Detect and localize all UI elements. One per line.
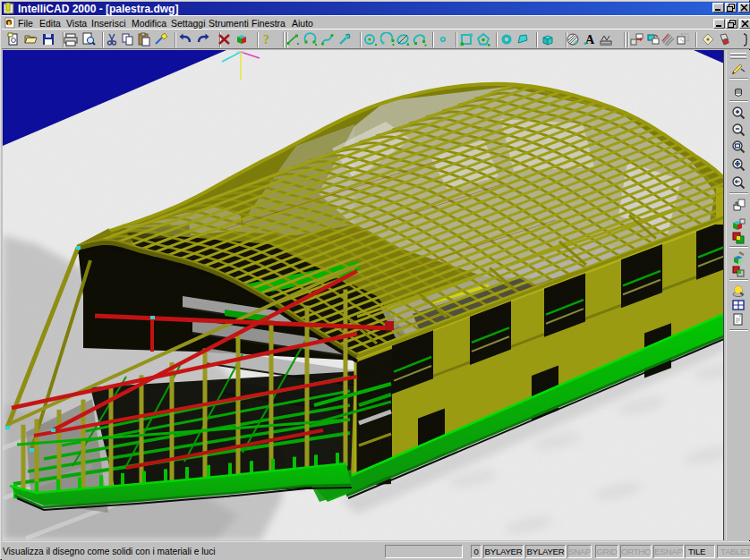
svg-text:?: ? xyxy=(263,33,269,47)
svg-text:A: A xyxy=(585,33,595,47)
